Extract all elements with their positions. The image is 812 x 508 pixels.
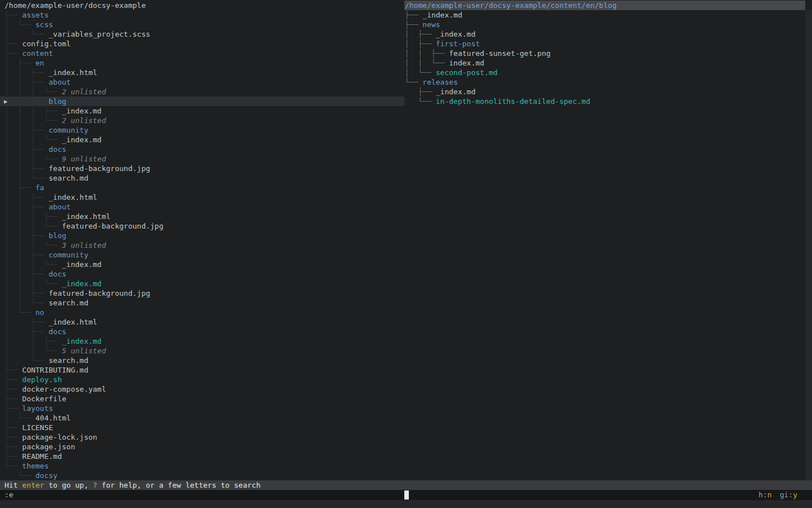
file-name: second-post.md <box>436 68 498 77</box>
tree-row[interactable]: │ │ ├── _index.html <box>0 192 404 202</box>
tree-row[interactable]: │ │ ├── featured-sunset-get.png <box>404 49 812 58</box>
tree-row[interactable]: │ │ │ └── _index.md <box>0 260 404 269</box>
tree-lines: │ ├── <box>405 30 436 38</box>
tree-row[interactable]: │ │ ├── about <box>0 77 404 87</box>
tree-lines: ├── <box>5 49 22 58</box>
status-text: to go up, <box>44 481 92 489</box>
flag: gi:y <box>780 491 797 499</box>
tree-row[interactable]: │ │ │ └── _index.md <box>0 135 404 144</box>
command-input[interactable]: :e <box>5 490 14 500</box>
tree-row[interactable]: │ └── search.md <box>0 356 404 365</box>
tree-row[interactable]: │ │ └── index.md <box>404 58 812 68</box>
tree-row[interactable]: │ ├── _index.md <box>404 29 812 39</box>
tree-row[interactable]: ├── assets <box>0 10 404 20</box>
tree-row[interactable]: ├── deploy.sh <box>0 375 404 384</box>
directory-name: content <box>22 49 53 58</box>
file-name: featured-background.jpg <box>62 222 164 230</box>
tree-row[interactable]: ├── LICENSE <box>0 423 404 432</box>
tree-row[interactable]: │ │ ├── featured-background.jpg <box>0 288 404 298</box>
tree-row[interactable]: ├── config.toml <box>0 39 404 49</box>
tree-lines: │ │ ├── <box>5 270 48 278</box>
file-name: _index.html <box>48 318 97 326</box>
right-panel-scrollbar-track[interactable] <box>805 10 812 480</box>
tree-row[interactable]: │ │ │ └── 3 unlisted <box>0 240 404 250</box>
tree-row[interactable]: ├── layouts <box>0 404 404 413</box>
selection-arrow-icon: ▶ <box>4 97 7 106</box>
tree-row[interactable]: │ │ │ ├── _index.md <box>0 106 404 116</box>
tree-row[interactable]: │ ├── first-post <box>404 39 812 49</box>
tree-lines: │ │ ├── <box>5 231 48 240</box>
tree-row[interactable]: │ └── _variables_project.scss <box>0 29 404 39</box>
tree-row[interactable]: ├── _index.md <box>404 87 812 97</box>
tree-row[interactable]: │ └── scss <box>0 20 404 29</box>
file-name: featured-background.jpg <box>48 164 150 173</box>
tree-row[interactable]: ├── news <box>404 20 812 29</box>
tree-row[interactable]: ├── package.json <box>0 442 404 452</box>
tree-row[interactable]: │ └── no <box>0 308 404 317</box>
tree-row[interactable]: │ │ │ └── 9 unlisted <box>0 154 404 164</box>
tree-lines: │ │ ├── <box>5 78 48 86</box>
tree-lines: ├── <box>5 452 22 461</box>
tree-row[interactable]: ├── content <box>0 49 404 58</box>
right-panel-path: /home/example-user/docsy-example/content… <box>405 1 617 10</box>
tree-row[interactable]: │ │ ├── featured-background.jpg <box>0 164 404 173</box>
flags-indicator: h:ngi:y <box>751 490 797 500</box>
tree-row[interactable]: │ │ └── 5 unlisted <box>0 346 404 356</box>
directory-name: themes <box>22 462 48 470</box>
tree-row[interactable]: ├── _index.md <box>404 10 812 20</box>
tree-row[interactable]: └── in-depth-monoliths-detailed-spec.md <box>404 97 812 106</box>
tree-row[interactable]: │ │ ├── _index.html <box>0 68 404 77</box>
tree-lines: │ │ ├── <box>5 203 48 211</box>
directory-name: scss <box>36 20 53 29</box>
tree-row[interactable]: │ │ │ └── 2 unlisted <box>0 87 404 97</box>
tree-row[interactable]: │ │ ├── docs <box>0 144 404 154</box>
left-panel-path-header: /home/example-user/docsy-example <box>0 1 404 10</box>
tree-row[interactable]: └── docsy <box>0 471 404 480</box>
tree-row[interactable]: ├── CONTRIBUTING.md <box>0 365 404 375</box>
tree-row[interactable]: │ └── second-post.md <box>404 68 812 77</box>
flag-label: h: <box>758 491 767 499</box>
file-name: config.toml <box>22 40 70 48</box>
tree-lines: │ └── <box>5 20 36 29</box>
tree-row[interactable]: ├── README.md <box>0 452 404 461</box>
tree-row[interactable]: │ │ ├── _index.md <box>0 336 404 346</box>
tree-row[interactable]: │ │ │ ├── _index.html <box>0 212 404 221</box>
tree-row[interactable]: │ │ │ └── _index.md <box>0 279 404 288</box>
tree-lines: ├── <box>5 11 22 19</box>
tree-lines: │ ├── <box>5 183 36 192</box>
tree-row[interactable]: │ │ ├── blog <box>0 231 404 240</box>
file-name: _index.md <box>62 279 102 288</box>
tree-lines: │ │ │ ├── <box>5 212 62 221</box>
tree-row[interactable]: │ ├── en <box>0 58 404 68</box>
tree-row[interactable]: │ │ ├── community <box>0 125 404 135</box>
tree-row-selected[interactable]: ▶│ │ ├── blog <box>0 97 404 106</box>
tree-row[interactable]: │ │ │ └── 2 unlisted <box>0 116 404 125</box>
tree-lines: │ │ ├── <box>5 164 48 173</box>
tree-lines: │ └── <box>5 356 48 365</box>
tree-row[interactable]: │ │ └── search.md <box>0 173 404 183</box>
unlisted-count: 3 unlisted <box>62 241 106 249</box>
tree-row[interactable]: │ ├── fa <box>0 183 404 192</box>
tree-row[interactable]: └── themes <box>0 461 404 471</box>
tree-row[interactable]: └── releases <box>404 77 812 87</box>
file-name: _index.md <box>436 87 475 96</box>
tree-row[interactable]: │ ├── _index.html <box>0 317 404 327</box>
tree-row[interactable]: │ │ ├── docs <box>0 269 404 279</box>
tree-lines: │ │ └── <box>5 347 62 355</box>
directory-name: no <box>36 308 45 317</box>
unlisted-count: 5 unlisted <box>62 347 106 355</box>
tree-row[interactable]: │ │ ├── community <box>0 250 404 260</box>
tree-row[interactable]: ├── docker-compose.yaml <box>0 384 404 394</box>
tree-row[interactable]: │ │ │ └── featured-background.jpg <box>0 221 404 231</box>
tree-row[interactable]: ├── Dockerfile <box>0 394 404 404</box>
tree-row[interactable]: ├── package-lock.json <box>0 432 404 442</box>
tree-row[interactable]: │ ├── docs <box>0 327 404 336</box>
input-bar[interactable]: :e h:ngi:y <box>0 490 812 500</box>
flag-value: y <box>793 491 797 499</box>
tree-row[interactable]: │ │ └── search.md <box>0 298 404 308</box>
tree-lines: │ ├── <box>5 327 48 336</box>
tree-row[interactable]: │ └── 404.html <box>0 413 404 423</box>
tree-lines: │ └── <box>5 30 48 38</box>
tree-row[interactable]: │ │ ├── about <box>0 202 404 212</box>
tree-lines: ├── <box>405 20 422 29</box>
